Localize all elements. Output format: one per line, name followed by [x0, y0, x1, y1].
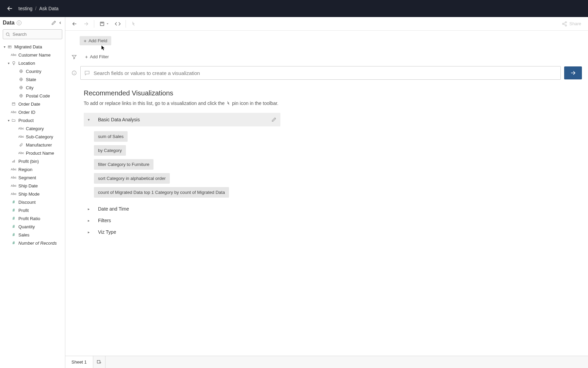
edit-icon[interactable]: [51, 20, 56, 25]
main-panel: Share + Add Field + Add Filter: [65, 17, 588, 368]
group-header[interactable]: ▸Viz Type: [84, 226, 582, 238]
field-row[interactable]: Country: [1, 67, 64, 75]
field-row[interactable]: AbcSegment: [1, 173, 64, 182]
field-label: Postal Code: [26, 93, 62, 98]
globe-icon: [18, 77, 24, 81]
field-row[interactable]: AbcProduct Name: [1, 149, 64, 157]
undo-button[interactable]: [69, 19, 80, 29]
field-label: State: [26, 77, 62, 82]
save-viz-button[interactable]: [96, 19, 112, 29]
globe-icon: [18, 94, 24, 98]
field-row[interactable]: #Discount: [1, 198, 64, 206]
field-row[interactable]: AbcSub-Category: [1, 133, 64, 141]
group-header[interactable]: ▸Date and Time: [84, 203, 582, 215]
field-row[interactable]: AbcShip Mode: [1, 190, 64, 198]
info-icon[interactable]: [71, 70, 77, 76]
group-label: Viz Type: [98, 229, 116, 235]
cursor-icon: [101, 45, 106, 51]
svg-rect-8: [12, 103, 15, 106]
svg-rect-12: [100, 22, 104, 26]
field-row[interactable]: ▾Location: [1, 59, 64, 67]
clip-icon: [18, 143, 24, 147]
datasource-label: Migrated Data: [14, 44, 62, 49]
field-row[interactable]: City: [1, 83, 64, 92]
content-area: + Add Field + Add Filter: [65, 31, 588, 356]
field-row[interactable]: #Sales: [1, 231, 64, 239]
info-icon[interactable]: i: [17, 20, 21, 25]
abc-icon: Abc: [11, 110, 16, 114]
add-field-button[interactable]: + Add Field: [80, 36, 111, 45]
viz-search-input[interactable]: [94, 70, 557, 76]
num-icon: #: [11, 232, 16, 237]
field-row[interactable]: Profit (bin): [1, 157, 64, 165]
field-row[interactable]: #Number of Records: [1, 239, 64, 247]
suggestion-chip[interactable]: sum of Sales: [94, 131, 128, 142]
new-sheet-button[interactable]: [93, 356, 105, 368]
field-label: Region: [18, 167, 62, 172]
group-header[interactable]: ▾Basic Data Analysis: [84, 113, 280, 126]
field-row[interactable]: AbcOrder ID: [1, 108, 64, 116]
collapse-sidebar-icon[interactable]: [58, 21, 62, 25]
plus-icon: +: [85, 55, 88, 59]
chevron-right-icon: ▸: [88, 218, 93, 223]
chevron-down-icon: ▾: [6, 119, 11, 122]
toolbar: Share: [65, 17, 588, 31]
suggestion-chip[interactable]: count of Migrated Data top 1 Category by…: [94, 187, 229, 198]
field-label: Number of Records: [18, 241, 62, 246]
suggestion-chip[interactable]: by Category: [94, 145, 126, 156]
field-row[interactable]: AbcRegion: [1, 165, 64, 173]
share-label: Share: [569, 21, 581, 26]
field-row[interactable]: ▾Product: [1, 116, 64, 124]
svg-point-13: [565, 21, 567, 23]
abc-icon: Abc: [11, 168, 16, 171]
redo-button: [80, 19, 92, 29]
arrow-right-icon: [83, 21, 89, 27]
breadcrumb-root[interactable]: testing: [18, 6, 32, 11]
field-row[interactable]: AbcCustomer Name: [1, 51, 64, 59]
field-row[interactable]: State: [1, 75, 64, 83]
filter-icon: [71, 54, 77, 60]
field-row[interactable]: Manufacturer: [1, 141, 64, 149]
globe-icon: [18, 69, 24, 73]
field-row[interactable]: Postal Code: [1, 92, 64, 100]
pin-icon: [225, 100, 232, 107]
datasource-row[interactable]: ▾ Migrated Data: [1, 43, 64, 51]
field-row[interactable]: #Quantity: [1, 223, 64, 231]
field-row[interactable]: AbcCategory: [1, 124, 64, 133]
field-label: Sub-Category: [26, 134, 62, 139]
field-row[interactable]: #Profit: [1, 206, 64, 214]
field-label: City: [26, 85, 62, 90]
sheet-tabs: Sheet 1: [65, 356, 588, 368]
field-row[interactable]: #Profit Ratio: [1, 214, 64, 223]
abc-icon: Abc: [11, 192, 16, 196]
abc-icon: Abc: [11, 184, 16, 187]
back-button[interactable]: [3, 2, 16, 15]
submit-button[interactable]: [564, 66, 582, 79]
abc-icon: Abc: [18, 135, 24, 138]
sheet-tab[interactable]: Sheet 1: [65, 356, 93, 368]
group-header[interactable]: ▸Filters: [84, 215, 582, 226]
field-label: Location: [18, 61, 62, 66]
num-icon: #: [11, 216, 16, 221]
edit-icon[interactable]: [272, 117, 276, 122]
field-row[interactable]: Order Date: [1, 100, 64, 108]
arrow-right-icon: [570, 70, 576, 76]
arrow-left-icon: [71, 21, 78, 27]
field-row[interactable]: AbcShip Date: [1, 182, 64, 190]
field-label: Order Date: [18, 102, 62, 107]
field-label: Discount: [18, 200, 62, 205]
recommended-desc: To add or replace links in this list, go…: [84, 101, 582, 106]
search-input[interactable]: [3, 29, 62, 39]
field-label: Ship Date: [18, 183, 62, 188]
new-sheet-icon: [96, 359, 102, 365]
add-filter-button[interactable]: + Add Filter: [81, 52, 113, 61]
suggestion-chip[interactable]: filter Category to Furniture: [94, 159, 153, 170]
code-button[interactable]: [112, 19, 124, 29]
geo-icon: [11, 61, 16, 65]
svg-rect-10: [13, 160, 14, 163]
chevron-down-icon: ▾: [6, 61, 11, 65]
folder-icon: [11, 118, 16, 122]
suggestion-chip[interactable]: sort Category in alphabetical order: [94, 173, 170, 184]
field-label: Category: [26, 126, 62, 131]
field-label: Profit (bin): [18, 159, 62, 164]
